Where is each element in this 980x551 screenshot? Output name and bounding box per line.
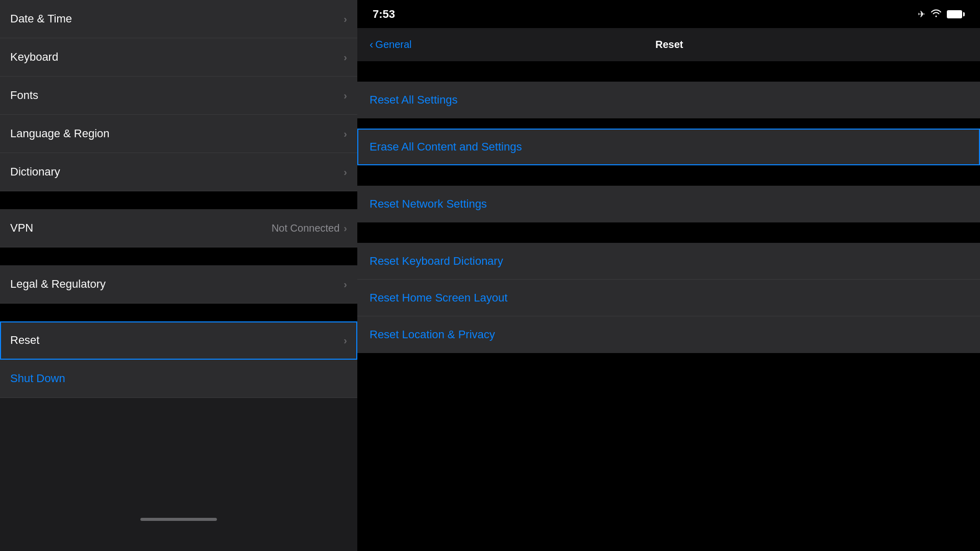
wifi-icon	[930, 8, 942, 20]
status-time: 7:53	[373, 8, 395, 21]
battery-icon	[947, 10, 965, 18]
reset-keyboard-item[interactable]: Reset Keyboard Dictionary	[357, 243, 980, 280]
page-title: Reset	[411, 39, 927, 51]
reset-list: Reset All Settings Erase All Content and…	[357, 61, 980, 551]
chevron-icon: ›	[344, 335, 347, 346]
sidebar-item-keyboard[interactable]: Keyboard ›	[0, 38, 357, 77]
reset-all-settings-item[interactable]: Reset All Settings	[357, 82, 980, 118]
status-icons: ✈	[918, 8, 965, 20]
separator-2	[0, 247, 357, 265]
right-panel: 7:53 ✈ ‹ General Reset	[357, 0, 980, 551]
nav-bar: ‹ General Reset	[357, 28, 980, 61]
chevron-icon: ›	[344, 128, 347, 140]
sidebar-item-reset[interactable]: Reset ›	[0, 321, 357, 360]
back-chevron-icon: ‹	[370, 38, 373, 52]
separator-1	[0, 191, 357, 209]
sidebar-item-dictionary[interactable]: Dictionary ›	[0, 153, 357, 191]
reset-group-4: Reset Keyboard Dictionary Reset Home Scr…	[357, 243, 980, 353]
reset-group-3: Reset Network Settings	[357, 186, 980, 222]
settings-list: Date & Time › Keyboard › Fonts › Languag…	[0, 0, 357, 510]
left-panel: Date & Time › Keyboard › Fonts › Languag…	[0, 0, 357, 551]
reset-group-2: Erase All Content and Settings	[357, 129, 980, 165]
chevron-icon: ›	[344, 52, 347, 63]
reset-separator-3	[357, 222, 980, 243]
airplane-icon: ✈	[918, 9, 925, 20]
chevron-icon: ›	[344, 166, 347, 178]
reset-bottom-space	[357, 353, 980, 551]
reset-location-privacy-item[interactable]: Reset Location & Privacy	[357, 316, 980, 353]
status-bar: 7:53 ✈	[357, 0, 980, 28]
bottom-bar	[0, 510, 357, 551]
sidebar-item-fonts[interactable]: Fonts ›	[0, 77, 357, 115]
separator-3	[0, 304, 357, 321]
reset-separator-top	[357, 61, 980, 82]
chevron-icon: ›	[344, 222, 347, 234]
reset-group-1: Reset All Settings	[357, 82, 980, 118]
chevron-icon: ›	[344, 13, 347, 25]
reset-network-item[interactable]: Reset Network Settings	[357, 186, 980, 222]
back-button[interactable]: ‹ General	[370, 38, 411, 52]
erase-all-item[interactable]: Erase All Content and Settings	[357, 129, 980, 165]
reset-separator-2	[357, 165, 980, 186]
back-label: General	[375, 39, 411, 51]
chevron-icon: ›	[344, 90, 347, 102]
reset-home-screen-item[interactable]: Reset Home Screen Layout	[357, 280, 980, 316]
home-indicator	[140, 518, 217, 521]
chevron-icon: ›	[344, 279, 347, 290]
sidebar-item-legal[interactable]: Legal & Regulatory ›	[0, 265, 357, 304]
reset-separator-1	[357, 118, 980, 129]
sidebar-item-shutdown[interactable]: Shut Down	[0, 360, 357, 398]
sidebar-item-date-time[interactable]: Date & Time ›	[0, 0, 357, 38]
sidebar-item-vpn[interactable]: VPN Not Connected ›	[0, 209, 357, 247]
sidebar-item-language-region[interactable]: Language & Region ›	[0, 115, 357, 153]
